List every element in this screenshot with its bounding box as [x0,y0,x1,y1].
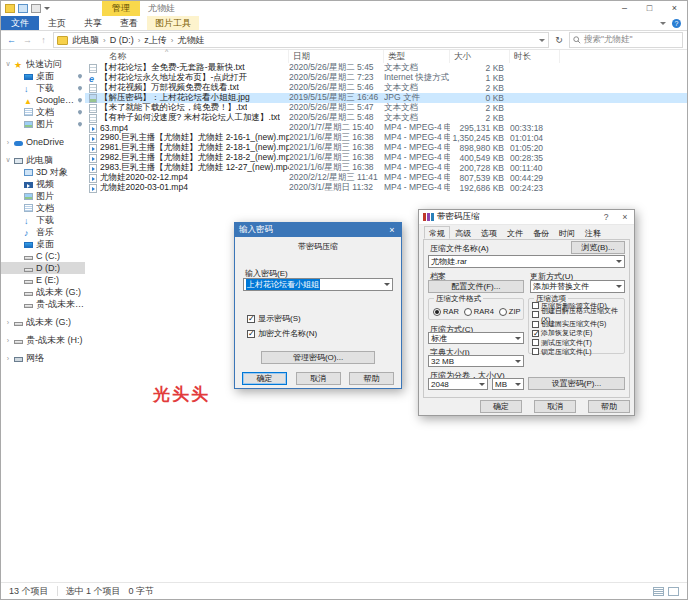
checkbox-icon[interactable] [532,311,539,318]
sidebar-item[interactable]: ∨快速访问 [1,58,85,70]
column-header[interactable]: 大小 [450,50,510,63]
chevron-icon[interactable]: › [5,319,11,326]
breadcrumb-item[interactable]: z上传 [142,34,169,47]
radio-icon[interactable] [464,308,472,316]
checkbox-row[interactable]: 添加恢复记录(E) [532,330,622,338]
thumbnail-view-icon[interactable] [668,587,679,596]
sidebar-item[interactable]: D (D:) [1,262,85,274]
checkbox-icon[interactable] [532,348,539,355]
checkbox-icon[interactable] [247,315,255,323]
help-button[interactable]: 帮助 [588,400,630,413]
minimize-button[interactable]: – [612,1,637,16]
sidebar-item[interactable]: ›OneDrive [1,136,85,148]
column-header[interactable]: 类型 [384,50,450,63]
tab-picture-tools[interactable]: 图片工具 [147,16,199,30]
chevron-down-icon[interactable] [384,283,390,286]
checkbox-icon[interactable] [532,339,539,346]
column-header[interactable]: 时长 [510,50,560,63]
forward-icon[interactable]: → [21,35,34,45]
sidebar-item[interactable]: 桌面 [1,238,85,250]
sidebar-item[interactable]: 音乐 [1,226,85,238]
manage-context-label[interactable]: 管理 [102,1,140,16]
radio-icon[interactable] [433,308,441,316]
chevron-down-icon[interactable] [479,383,485,386]
sidebar-item[interactable]: ›网络 [1,352,85,364]
sidebar-item[interactable]: ›战未来 (G:) [1,316,85,328]
archive-name-input[interactable]: 尤物娃.rar [428,255,625,268]
chevron-icon[interactable]: › [5,139,11,146]
organize-passwords-button[interactable]: 管理密码(O)... [261,351,375,364]
sidebar-item[interactable]: 桌面 [1,70,85,82]
new-folder-icon[interactable] [31,4,41,13]
chevron-icon[interactable]: ∨ [5,156,11,164]
sidebar-item[interactable]: 图片 [1,118,85,130]
breadcrumb-item[interactable]: 尤物娃 [176,34,207,47]
cancel-button[interactable]: 取消 [534,400,576,413]
details-view-icon[interactable] [653,587,664,596]
close-button[interactable]: × [662,1,687,16]
method-select[interactable]: 标准 [428,332,524,344]
close-icon[interactable]: × [383,225,401,235]
help-button[interactable]: 帮助 [349,372,394,385]
sidebar-item[interactable]: 文档 [1,106,85,118]
refresh-icon[interactable]: ↻ [552,35,566,45]
sidebar-item[interactable]: 视频 [1,178,85,190]
ribbon-collapse-icon[interactable] [660,22,666,25]
chevron-down-icon[interactable] [515,337,521,340]
chevron-icon[interactable]: › [5,337,11,344]
breadcrumb-item[interactable]: D (D:) [108,35,136,45]
set-password-button[interactable]: 设置密码(P)... [528,377,625,390]
sidebar-item[interactable]: 下载 [1,82,85,94]
sidebar-item[interactable]: Google 云端硬盘 [1,94,85,106]
close-icon[interactable]: × [616,212,634,222]
file-row[interactable]: 尤物娃2020-03-01.mp42020/3/1/星期日 11:32MP4 -… [85,183,687,193]
help-icon[interactable]: ? [599,212,613,222]
search-input[interactable]: 搜索"尤物娃" [569,32,683,48]
sidebar-item[interactable]: 贵-战未来 (H:) [1,298,85,310]
chevron-down-icon[interactable] [616,260,622,263]
sidebar-item[interactable]: 下载 [1,214,85,226]
archive-dialog-tab[interactable]: 注释 [580,226,606,239]
ribbon-tab[interactable]: 查看 [111,16,147,30]
ribbon-tab[interactable]: 主页 [39,16,75,30]
browse-button[interactable]: 浏览(B)... [571,241,625,254]
chevron-down-icon[interactable] [515,383,521,386]
ok-button[interactable]: 确定 [480,400,522,413]
back-icon[interactable]: ← [5,35,18,45]
ok-button[interactable]: 确定 [242,372,287,385]
sidebar-item[interactable]: 战未来 (G:) [1,286,85,298]
address-dropdown-icon[interactable] [539,39,545,42]
archive-dialog-tab[interactable]: 文件 [502,226,528,239]
archive-dialog-titlebar[interactable]: 带密码压缩 ? × [419,210,634,225]
qat-customize-icon[interactable] [44,7,50,10]
archive-dialog-tab[interactable]: 常规 [424,226,450,239]
archive-dialog-tab[interactable]: 备份 [528,226,554,239]
sidebar-item[interactable]: 3D 对象 [1,166,85,178]
password-dialog-titlebar[interactable]: 输入密码 × [235,223,401,237]
checkbox-row[interactable]: 测试压缩文件(T) [532,339,622,347]
checkbox-row[interactable]: 创建固实压缩文件(S) [532,320,622,328]
sidebar-item[interactable]: C (C:) [1,250,85,262]
maximize-button[interactable]: □ [637,1,662,16]
radio-row[interactable]: RAR [433,307,459,316]
radio-icon[interactable] [499,308,507,316]
sidebar-item[interactable]: E (E:) [1,274,85,286]
breadcrumb-item[interactable]: 此电脑 [70,34,101,47]
chevron-icon[interactable]: › [5,355,11,362]
radio-row[interactable]: RAR4 [464,307,494,316]
archive-dialog-tab[interactable]: 时间 [554,226,580,239]
checkbox-row[interactable]: 锁定压缩文件(L) [532,348,622,356]
radio-row[interactable]: ZIP [499,307,521,316]
sidebar-item[interactable]: 文档 [1,202,85,214]
update-mode-select[interactable]: 添加并替换文件 [530,280,625,293]
checkbox-row[interactable]: 加密文件名称(N) [247,328,317,339]
chevron-down-icon[interactable] [616,285,622,288]
archive-dialog-tab[interactable]: 选项 [476,226,502,239]
sidebar-item[interactable]: ›贵-战未来 (H:) [1,334,85,346]
profiles-button[interactable]: 配置文件(F)... [428,280,524,293]
up-icon[interactable]: ↑ [37,35,50,45]
password-input[interactable]: 上村花论坛看小姐姐 [243,278,393,291]
volume-size-input[interactable]: 2048 [428,378,488,390]
archive-dialog-tab[interactable]: 高级 [450,226,476,239]
properties-icon[interactable] [18,4,28,13]
